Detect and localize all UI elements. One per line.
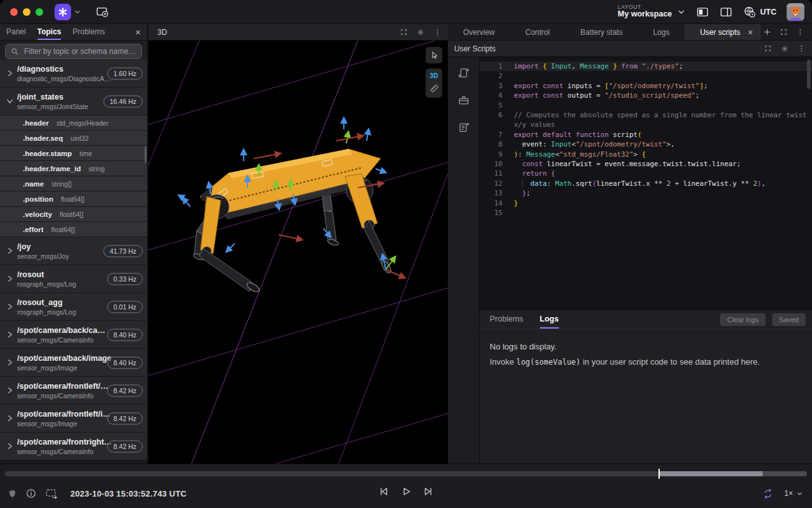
field-type: uint32 — [70, 134, 89, 142]
fullscreen-icon[interactable] — [764, 44, 772, 53]
topic-field-row[interactable]: .header std_msgs/Header — [0, 115, 147, 130]
logs-empty-state: No logs to display. Invoke log(someValue… — [480, 329, 812, 379]
playback-speed-selector[interactable]: 1× — [784, 489, 803, 498]
code-line: 9): Message<"std_msgs/Float32"> { — [480, 150, 812, 159]
topic-schema: rosgraph_msgs/Log — [17, 308, 76, 316]
line-number: 5 — [480, 101, 502, 110]
repeat-icon[interactable] — [762, 488, 774, 500]
tab-logs[interactable]: Logs — [540, 310, 559, 329]
chevron-right-icon — [5, 386, 15, 395]
close-icon[interactable]: × — [135, 27, 141, 37]
minimize-window-button[interactable] — [23, 8, 30, 16]
topic-schema: sensor_msgs/Image — [17, 420, 112, 427]
gear-icon[interactable] — [416, 28, 425, 37]
templates-icon[interactable] — [457, 120, 471, 134]
3d-canvas[interactable]: 3D — [148, 41, 448, 464]
tab-panel[interactable]: Panel — [6, 24, 26, 40]
play-button[interactable] — [398, 482, 414, 501]
tab-user-scripts[interactable]: User scripts × — [684, 24, 761, 40]
kebab-menu-icon[interactable] — [797, 44, 806, 53]
measure-tool-icon[interactable] — [429, 83, 440, 94]
field-name: .velocity — [23, 211, 52, 218]
tab-logs[interactable]: Logs — [638, 24, 684, 40]
topic-field-row[interactable]: .header.frame_id string — [0, 161, 147, 176]
fullscreen-icon[interactable] — [780, 28, 788, 36]
tab-overview[interactable]: Overview — [448, 24, 510, 40]
field-type: time — [79, 150, 92, 157]
zoom-window-button[interactable] — [36, 8, 43, 16]
close-window-button[interactable] — [10, 8, 18, 16]
camera-mode-badge[interactable]: 3D — [430, 72, 438, 79]
topic-field-row[interactable]: .header.seq uint32 — [0, 131, 147, 145]
topic-row[interactable]: /spot/camera/frontleft/image sensor_msgs… — [0, 405, 147, 432]
scripts-icon[interactable] — [457, 66, 471, 80]
playhead[interactable] — [658, 469, 660, 479]
chevron-right-icon — [5, 246, 15, 256]
topic-row[interactable]: /spot/camera/back/image sensor_msgs/Imag… — [0, 349, 147, 376]
topic-name: /joy — [17, 242, 69, 251]
topic-row[interactable]: /rosout_agg rosgraph_msgs/Log 0.01 Hz — [0, 293, 147, 320]
data-source-shield-icon[interactable] — [8, 488, 17, 499]
topic-row[interactable]: /joy sensor_msgs/Joy 41.73 Hz — [0, 237, 147, 264]
topic-row[interactable]: /spot/camera/frontright/cam... sensor_ms… — [0, 433, 147, 460]
close-tab-icon[interactable]: × — [748, 27, 753, 37]
topic-name: /spot/camera/back/camera_i... — [17, 326, 112, 335]
tab-battery-stats[interactable]: Battery stats — [565, 24, 638, 40]
editor-scrollbar[interactable] — [807, 60, 811, 89]
fox-avatar-image — [787, 3, 804, 21]
chevron-down-icon[interactable] — [74, 8, 81, 16]
tab-topics[interactable]: Topics — [37, 24, 62, 40]
add-tab-icon[interactable] — [763, 28, 771, 36]
code-editor[interactable]: 1import { Input, Message } from "./types… — [480, 57, 812, 309]
utilities-toolbox-icon[interactable] — [457, 93, 471, 107]
kebab-menu-icon[interactable] — [433, 28, 442, 36]
seek-end-button[interactable] — [421, 482, 436, 501]
info-icon[interactable] — [25, 488, 37, 499]
foxglove-logo-menu[interactable] — [55, 4, 71, 20]
viewport-mode-group: 3D — [426, 68, 442, 98]
topic-frequency-badge: 8.40 Hz — [107, 329, 143, 341]
topic-row[interactable]: /joint_states sensor_msgs/JointState 16.… — [0, 88, 147, 115]
field-type: float64[] — [61, 195, 84, 203]
line-number: 7 — [480, 130, 502, 140]
topics-scrollbar[interactable] — [145, 146, 147, 163]
topic-field-row[interactable]: .position float64[] — [0, 192, 147, 206]
right-sidebar-toggle[interactable] — [719, 6, 733, 18]
code-line: 3export const inputs = ["/spot/odometry/… — [480, 81, 812, 91]
topic-field-row[interactable]: .name string[] — [0, 176, 147, 191]
clear-logs-button[interactable]: Clear logs — [720, 313, 766, 326]
loop-selection-icon[interactable] — [45, 488, 58, 499]
user-avatar[interactable] — [787, 3, 804, 21]
topic-row[interactable]: /diagnostics diagnostic_msgs/DiagnosticA… — [0, 60, 147, 87]
add-panel-icon[interactable] — [95, 5, 109, 19]
topic-row[interactable]: /spot/camera/frontleft/camer... sensor_m… — [0, 377, 147, 404]
fullscreen-icon[interactable] — [400, 28, 408, 36]
topic-search-box[interactable] — [5, 44, 142, 59]
line-number: 3 — [480, 81, 502, 91]
tab-control[interactable]: Control — [510, 24, 565, 40]
seek-start-button[interactable] — [376, 482, 391, 501]
timeline-scrubber[interactable] — [5, 471, 807, 476]
topic-field-row[interactable]: .header.stamp time — [0, 146, 147, 160]
select-tool-button[interactable] — [426, 47, 442, 63]
topic-schema: sensor_msgs/CameraInfo — [17, 448, 112, 455]
code-line: 5 — [480, 101, 812, 110]
layout-selector[interactable]: LAYOUT My workspace — [618, 4, 686, 19]
topic-row[interactable]: /spot/camera/back/camera_i... sensor_msg… — [0, 321, 147, 348]
topic-frequency-badge: 0.33 Hz — [107, 273, 143, 285]
topic-field-row[interactable]: .velocity float64[] — [0, 207, 147, 221]
gear-icon[interactable] — [780, 44, 789, 53]
timezone-selector[interactable]: UTC — [743, 5, 776, 18]
field-type: string — [88, 165, 105, 173]
topic-field-row[interactable]: .effort float64[] — [0, 222, 147, 237]
code-line: 4export const output = "/studio_script/s… — [480, 91, 812, 100]
topic-row[interactable]: /rosout rosgraph_msgs/Log 0.33 Hz — [0, 265, 147, 292]
kebab-menu-icon[interactable] — [796, 28, 804, 36]
saved-button[interactable]: Saved — [772, 313, 806, 326]
tab-problems[interactable]: Problems — [72, 24, 105, 40]
left-sidebar-toggle[interactable] — [696, 6, 709, 18]
topic-filter-input[interactable] — [23, 46, 136, 56]
topic-name: /spot/camera/frontright/cam... — [17, 438, 112, 446]
tab-problems[interactable]: Problems — [490, 310, 523, 329]
asterisk-logo-icon — [56, 5, 70, 19]
